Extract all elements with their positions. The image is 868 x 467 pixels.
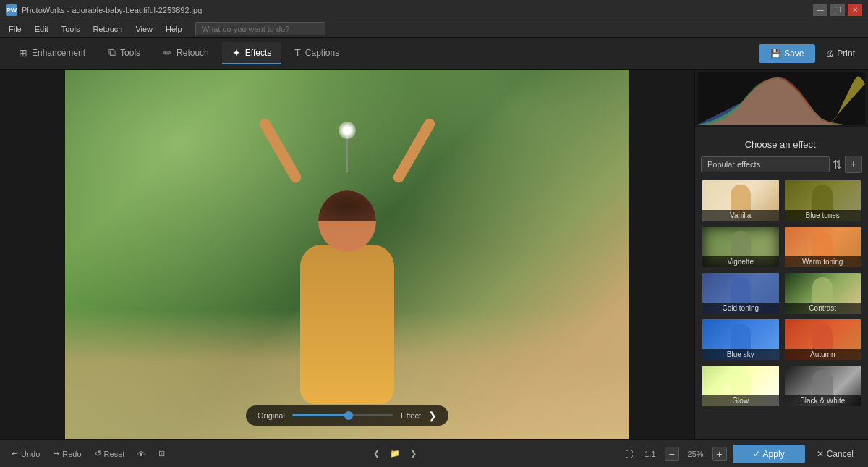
histogram-area	[695, 70, 868, 127]
effect-bw[interactable]: Black & White	[783, 364, 863, 408]
comparison-bar: Original Effect ❯	[246, 405, 448, 426]
blue-tones-label: Blue tones	[785, 210, 861, 221]
fit-button[interactable]: ⊡	[156, 447, 168, 460]
effects-grid: Vanilla Blue tones Vignette	[701, 179, 862, 408]
enhancement-icon: ⊞	[19, 47, 27, 59]
tab-retouch-label: Retouch	[176, 48, 209, 58]
folder-button[interactable]: 📁	[387, 447, 403, 460]
menu-view[interactable]: View	[129, 23, 158, 35]
view-toggle-button[interactable]: 👁	[135, 448, 148, 460]
toolbar: ⊞ Enhancement ⧉ Tools ✏ Retouch ✦ Effect…	[0, 38, 868, 70]
reset-button[interactable]: ↺ Reset	[92, 447, 128, 460]
vanilla-label: Vanilla	[702, 210, 779, 221]
undo-icon: ↩	[12, 449, 18, 458]
bottom-left-controls: ↩ Undo ↪ Redo ↺ Reset 👁 ⊡	[9, 447, 168, 460]
undo-label: Undo	[21, 450, 40, 458]
redo-label: Redo	[62, 450, 81, 458]
close-button[interactable]: ✕	[848, 4, 862, 16]
effects-category-dropdown[interactable]: Popular effects	[701, 156, 830, 172]
prev-icon: ❮	[373, 449, 380, 458]
fullscreen-button[interactable]: ⛶	[622, 448, 636, 460]
tab-effects[interactable]: ✦ Effects	[222, 42, 281, 64]
add-effect-button[interactable]: +	[845, 156, 862, 173]
titlebar: PW PhotoWorks - adorable-baby-beautiful-…	[0, 0, 868, 20]
menu-file[interactable]: File	[3, 23, 27, 35]
tab-captions[interactable]: T Captions	[284, 42, 349, 64]
effect-blue-sky[interactable]: Blue sky	[701, 318, 780, 361]
slider-dot	[344, 411, 353, 420]
window-controls[interactable]: — ❐ ✕	[813, 4, 862, 16]
tab-effects-label: Effects	[245, 48, 271, 58]
comparison-arrow[interactable]: ❯	[428, 410, 437, 421]
child-head	[318, 190, 376, 252]
effect-cold-toning[interactable]: Cold toning	[701, 272, 780, 315]
redo-button[interactable]: ↪ Redo	[50, 447, 84, 460]
retouch-icon: ✏	[163, 47, 172, 59]
effect-glow[interactable]: Glow	[701, 364, 780, 408]
original-label: Original	[258, 411, 285, 420]
save-button[interactable]: 💾 Save	[759, 44, 815, 63]
menu-help[interactable]: Help	[160, 23, 188, 35]
blue-sky-label: Blue sky	[702, 349, 779, 360]
tab-enhancement[interactable]: ⊞ Enhancement	[9, 42, 95, 64]
effect-label: Effect	[401, 411, 421, 420]
save-icon: 💾	[770, 49, 781, 59]
bottom-center-controls: ❮ 📁 ❯	[370, 447, 420, 460]
minimize-button[interactable]: —	[813, 4, 827, 16]
window-title: PhotoWorks - adorable-baby-beautiful-225…	[22, 6, 202, 14]
search-input[interactable]	[195, 22, 326, 35]
effect-vignette[interactable]: Vignette	[701, 225, 780, 269]
prev-button[interactable]: ❮	[370, 447, 383, 460]
zoom-percent-display: 25%	[685, 450, 707, 458]
print-label: Print	[837, 49, 855, 59]
tab-tools[interactable]: ⧉ Tools	[98, 42, 150, 64]
cancel-icon: ✕	[817, 449, 824, 459]
tab-tools-label: Tools	[120, 48, 140, 58]
reset-label: Reset	[104, 450, 125, 458]
child-figure	[268, 129, 427, 404]
tab-enhancement-label: Enhancement	[32, 48, 85, 58]
zoom-ratio-display: 1:1	[642, 450, 658, 458]
effects-title: Choose an effect:	[701, 139, 862, 150]
captions-icon: T	[294, 47, 301, 59]
bw-label: Black & White	[785, 395, 861, 406]
child-dress	[300, 245, 394, 404]
dropdown-arrow-icon: ⇅	[833, 158, 842, 172]
redo-icon: ↪	[53, 449, 59, 458]
effect-autumn[interactable]: Autumn	[783, 318, 863, 361]
contrast-label: Contrast	[785, 303, 861, 314]
tab-group: ⊞ Enhancement ⧉ Tools ✏ Retouch ✦ Effect…	[9, 42, 349, 64]
apply-label: Apply	[763, 449, 785, 459]
apply-button[interactable]: ✓ Apply	[733, 445, 805, 463]
checkmark-icon: ✓	[753, 449, 760, 459]
dandelion-flower	[339, 122, 356, 139]
maximize-button[interactable]: ❐	[830, 4, 845, 16]
menu-edit[interactable]: Edit	[29, 23, 54, 35]
menu-retouch[interactable]: Retouch	[87, 23, 128, 35]
photo-container: Original Effect ❯	[65, 70, 629, 439]
effects-filter-row: Popular effects ⇅ +	[701, 156, 862, 173]
zoom-out-button[interactable]: −	[665, 447, 679, 461]
save-group: 💾 Save 🖨 Print	[759, 44, 859, 63]
vignette-label: Vignette	[702, 256, 779, 267]
fullscreen-icon: ⛶	[625, 450, 633, 458]
cancel-button[interactable]: ✕ Cancel	[811, 445, 859, 463]
effect-vanilla[interactable]: Vanilla	[701, 179, 780, 222]
print-button[interactable]: 🖨 Print	[821, 44, 859, 63]
child-hair	[318, 190, 376, 222]
undo-button[interactable]: ↩ Undo	[9, 447, 43, 460]
comparison-slider[interactable]	[292, 414, 393, 416]
cancel-label: Cancel	[827, 449, 854, 459]
effect-contrast[interactable]: Contrast	[783, 272, 863, 315]
effect-warm-toning[interactable]: Warm toning	[783, 225, 863, 269]
canvas-area: Original Effect ❯	[0, 70, 694, 439]
effect-blue-tones[interactable]: Blue tones	[783, 179, 863, 222]
menu-tools[interactable]: Tools	[56, 23, 86, 35]
histogram-chart	[698, 72, 865, 125]
tab-captions-label: Captions	[305, 48, 339, 58]
zoom-in-button[interactable]: +	[712, 447, 727, 461]
next-button[interactable]: ❯	[407, 447, 420, 460]
print-icon: 🖨	[825, 49, 834, 59]
tab-retouch[interactable]: ✏ Retouch	[153, 42, 219, 64]
bottom-right-controls: ⛶ 1:1 − 25% + ✓ Apply ✕ Cancel	[622, 445, 859, 463]
